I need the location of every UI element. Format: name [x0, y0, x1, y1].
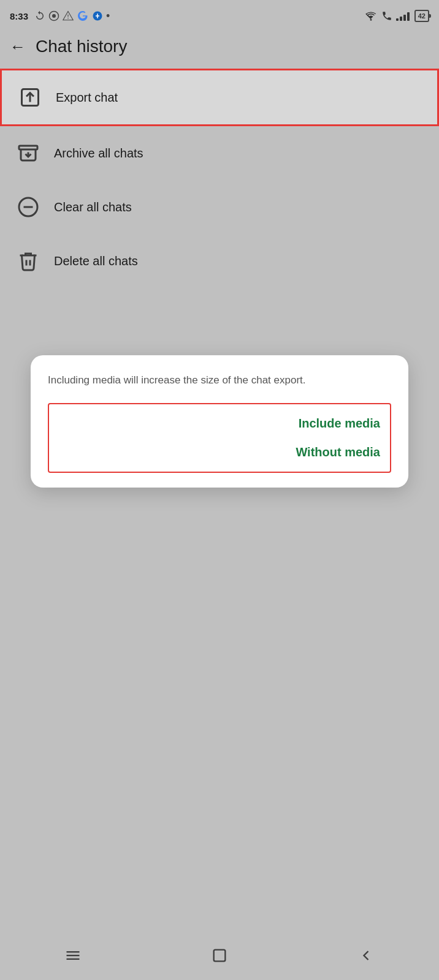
back-button[interactable]: ←	[10, 37, 26, 56]
include-media-button[interactable]: Include media	[59, 409, 380, 438]
nav-bar	[0, 936, 439, 980]
clear-icon	[15, 194, 42, 221]
wifi-icon	[364, 10, 378, 21]
download-icon	[48, 10, 59, 21]
status-bar: 8:33	[0, 0, 439, 29]
google-icon	[77, 10, 89, 22]
menu-list: Export chat Archive all chats Clear all …	[0, 69, 439, 288]
sync-icon	[34, 10, 45, 21]
menu-item-export-chat[interactable]: Export chat	[0, 69, 439, 126]
header: ← Chat history	[0, 29, 439, 66]
page-title: Chat history	[36, 37, 127, 56]
nav-home-icon[interactable]	[211, 947, 228, 964]
dialog-message: Including media will increase the size o…	[48, 372, 391, 388]
battery-level: 42	[418, 12, 426, 20]
dialog-buttons: Include media Without media	[48, 403, 391, 473]
status-bar-left: 8:33	[10, 10, 110, 23]
delete-all-chats-label: Delete all chats	[54, 254, 138, 268]
menu-item-delete-all-chats[interactable]: Delete all chats	[0, 234, 439, 288]
menu-item-clear-all-chats[interactable]: Clear all chats	[0, 180, 439, 234]
svg-point-3	[67, 18, 69, 19]
svg-point-5	[370, 19, 372, 21]
signal-bars	[396, 11, 410, 21]
svg-rect-17	[214, 950, 226, 962]
export-chat-label: Export chat	[56, 91, 118, 105]
svg-rect-8	[19, 146, 37, 149]
clear-all-chats-label: Clear all chats	[54, 200, 132, 214]
export-icon	[17, 84, 44, 111]
status-time: 8:33	[10, 11, 28, 21]
menu-item-archive-all-chats[interactable]: Archive all chats	[0, 126, 439, 180]
svg-point-1	[52, 14, 56, 18]
archive-all-chats-label: Archive all chats	[54, 146, 143, 160]
nav-back-icon[interactable]	[357, 947, 375, 964]
without-media-button[interactable]: Without media	[59, 438, 380, 467]
app-icon	[92, 10, 103, 21]
status-bar-right: 42	[364, 10, 429, 22]
alert-icon	[63, 10, 74, 21]
dialog: Including media will increase the size o…	[31, 355, 408, 488]
notification-dot: •	[106, 10, 110, 23]
phone-signal-icon	[381, 10, 392, 21]
nav-menu-icon[interactable]	[64, 947, 82, 964]
archive-icon	[15, 140, 42, 167]
delete-icon	[15, 247, 42, 274]
